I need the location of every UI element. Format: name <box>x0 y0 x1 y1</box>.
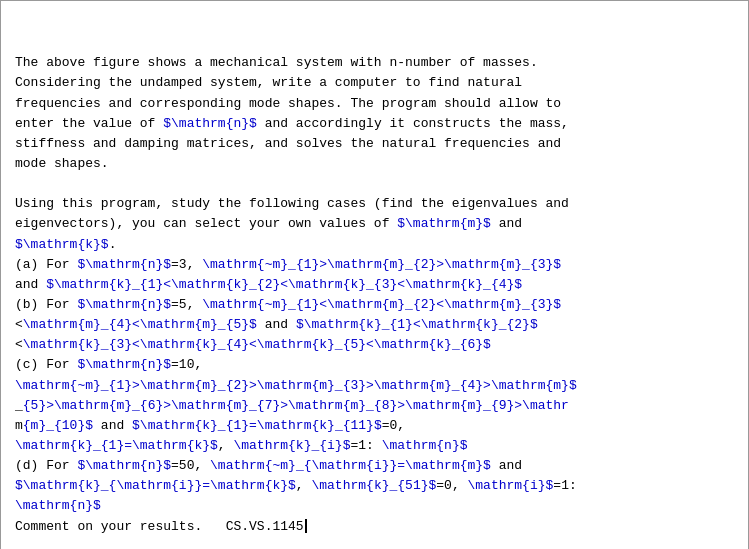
case-a-and: and <box>15 277 46 292</box>
case-b-rest: < <box>15 317 23 332</box>
math-n1: $\mathrm{n}$ <box>163 116 257 131</box>
text-block: The above figure shows a mechanical syst… <box>15 53 734 536</box>
math-n2: $\mathrm{n}$ <box>77 257 171 272</box>
period1: . <box>109 237 117 252</box>
case-d-range: =1: <box>553 478 576 493</box>
math-case-b2: \mathrm{m}_{4}<\mathrm{m}_{5}$ <box>23 317 257 332</box>
case-c-and: and <box>93 418 132 433</box>
math-case-c6: \mathrm{k}_{i}$ <box>233 438 350 453</box>
math-case-a2: $\mathrm{k}_{1}<\mathrm{k}_{2}<\mathrm{k… <box>46 277 522 292</box>
case-c-range: =1: <box>350 438 381 453</box>
case-c-label: (c) For <box>15 357 77 372</box>
math-case-d2: $\mathrm{k}_{\mathrm{i}}=\mathrm{k}$ <box>15 478 296 493</box>
math-case-d5: \mathrm{n}$ <box>15 498 101 513</box>
math-case-a1: \mathrm{~m}_{1}>\mathrm{m}_{2}>\mathrm{m… <box>202 257 561 272</box>
main-window: The above figure shows a mechanical syst… <box>0 0 749 549</box>
case-c-eq: =10, <box>171 357 202 372</box>
math-case-c3: {m}_{10}$ <box>23 418 93 433</box>
math-case-c7: \mathrm{n}$ <box>382 438 468 453</box>
case-c-comma: , <box>218 438 234 453</box>
case-b-and: and <box>257 317 296 332</box>
content-area[interactable]: The above figure shows a mechanical syst… <box>1 1 748 549</box>
case-c-rest1: _ <box>15 398 23 413</box>
math-case-d3: \mathrm{k}_{51}$ <box>311 478 436 493</box>
paragraph1-rest: and accordingly it constructs the mass, … <box>15 116 569 232</box>
math-case-d1: \mathrm{~m}_{\mathrm{i}}=\mathrm{m}$ <box>210 458 491 473</box>
math-case-d4: \mathrm{i}$ <box>468 478 554 493</box>
case-a-eq: =3, <box>171 257 202 272</box>
case-b-more: < <box>15 337 23 352</box>
math-case-b3: $\mathrm{k}_{1}<\mathrm{k}_{2}$ <box>296 317 538 332</box>
math-k1: $\mathrm{k}$ <box>15 237 109 252</box>
case-b-eq: =5, <box>171 297 202 312</box>
math-case-c5: \mathrm{k}_{1}=\mathrm{k}$ <box>15 438 218 453</box>
math-case-c4: $\mathrm{k}_{1}=\mathrm{k}_{11}$ <box>132 418 382 433</box>
case-b-label: (b) For <box>15 297 77 312</box>
math-case-b1: \mathrm{~m}_{1}<\mathrm{m}_{2}<\mathrm{m… <box>202 297 561 312</box>
case-d-eq2: =0, <box>436 478 467 493</box>
case-c-eq2: =0, <box>382 418 405 433</box>
case-d-label: (d) For <box>15 458 77 473</box>
math-m1: $\mathrm{m}$ <box>397 216 491 231</box>
and-text: and <box>491 216 522 231</box>
math-n3: $\mathrm{n}$ <box>77 297 171 312</box>
math-case-c2: {5}>\mathrm{m}_{6}>\mathrm{m}_{7}>\mathr… <box>23 398 569 413</box>
case-d-eq: =50, <box>171 458 210 473</box>
math-case-c1: \mathrm{~m}_{1}>\mathrm{m}_{2}>\mathrm{m… <box>15 378 577 393</box>
math-case-b4: \mathrm{k}_{3}<\mathrm{k}_{4}<\mathrm{k}… <box>23 337 491 352</box>
text-cursor <box>305 519 307 533</box>
math-n4: $\mathrm{n}$ <box>77 357 171 372</box>
case-d-and: and <box>491 458 522 473</box>
comment-text: Comment on your results. CS.VS.1145 <box>15 519 304 534</box>
math-n5: $\mathrm{n}$ <box>77 458 171 473</box>
case-c-rest2: m <box>15 418 23 433</box>
case-a-label: (a) For <box>15 257 77 272</box>
case-d-comma: , <box>296 478 312 493</box>
